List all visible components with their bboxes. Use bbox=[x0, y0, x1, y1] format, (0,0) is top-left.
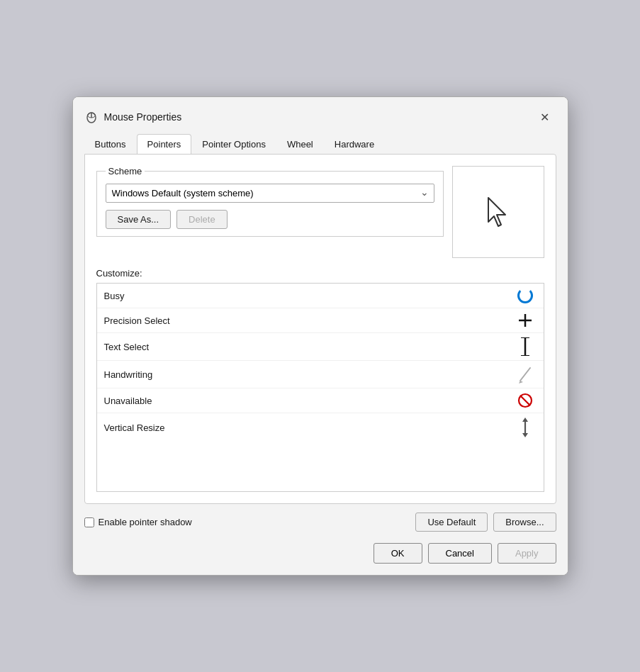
tab-pointer-options[interactable]: Pointer Options bbox=[191, 134, 276, 154]
scheme-preview bbox=[452, 166, 544, 258]
cursor-preview-icon bbox=[484, 195, 512, 229]
list-item-label: Unavailable bbox=[104, 396, 514, 406]
tab-hardware[interactable]: Hardware bbox=[324, 134, 385, 154]
scheme-dropdown[interactable]: Windows Default (system scheme) Windows … bbox=[106, 184, 434, 203]
tab-buttons[interactable]: Buttons bbox=[84, 134, 137, 154]
unavailable-icon bbox=[514, 393, 537, 408]
shadow-label: Enable pointer shadow bbox=[99, 517, 192, 527]
dialog-footer: OK Cancel Apply bbox=[73, 532, 568, 575]
bottom-buttons: Use Default Browse... bbox=[415, 513, 556, 532]
list-item-label: Precision Select bbox=[104, 315, 514, 326]
tab-bar: Buttons Pointers Pointer Options Wheel H… bbox=[73, 128, 568, 154]
scheme-buttons: Save As... Delete bbox=[106, 210, 434, 229]
bottom-controls: Enable pointer shadow Use Default Browse… bbox=[84, 513, 556, 532]
shadow-checkbox-label[interactable]: Enable pointer shadow bbox=[84, 517, 416, 527]
list-item[interactable]: Unavailable bbox=[97, 388, 544, 413]
save-as-button[interactable]: Save As... bbox=[106, 210, 172, 229]
list-item-label: Text Select bbox=[104, 342, 514, 352]
list-item[interactable]: Text Select bbox=[97, 333, 544, 361]
list-item[interactable]: Busy bbox=[97, 284, 544, 308]
tab-pointers[interactable]: Pointers bbox=[137, 134, 192, 154]
svg-marker-14 bbox=[522, 418, 528, 422]
text-select-icon bbox=[514, 337, 537, 356]
scheme-section: Scheme Windows Default (system scheme) W… bbox=[96, 166, 544, 258]
apply-button[interactable]: Apply bbox=[498, 543, 556, 564]
busy-icon bbox=[514, 288, 537, 303]
dialog-icon bbox=[84, 110, 99, 124]
handwriting-icon bbox=[514, 365, 537, 383]
ok-button[interactable]: OK bbox=[374, 543, 422, 564]
cancel-button[interactable]: Cancel bbox=[428, 543, 492, 564]
scheme-legend: Scheme bbox=[106, 166, 145, 177]
list-item[interactable]: Vertical Resize bbox=[97, 413, 544, 442]
svg-marker-10 bbox=[519, 381, 523, 383]
svg-line-9 bbox=[520, 368, 530, 381]
customize-list: Busy Precision Select Text Select bbox=[96, 283, 544, 492]
scheme-left: Scheme Windows Default (system scheme) W… bbox=[96, 166, 444, 237]
delete-button[interactable]: Delete bbox=[176, 210, 228, 229]
dialog-title: Mouse Properties bbox=[104, 111, 534, 123]
mouse-properties-dialog: Mouse Properties ✕ Buttons Pointers Poin… bbox=[72, 96, 568, 576]
use-default-button[interactable]: Use Default bbox=[415, 513, 488, 532]
close-button[interactable]: ✕ bbox=[534, 106, 556, 128]
list-item-label: Busy bbox=[104, 291, 514, 301]
customize-label: Customize: bbox=[96, 268, 544, 279]
list-item[interactable]: Precision Select bbox=[97, 308, 544, 333]
title-bar: Mouse Properties ✕ bbox=[73, 97, 568, 128]
scheme-select-wrapper: Windows Default (system scheme) Windows … bbox=[106, 184, 434, 203]
precision-select-icon bbox=[514, 313, 537, 328]
shadow-checkbox[interactable] bbox=[84, 517, 94, 527]
vertical-resize-icon bbox=[514, 418, 537, 437]
svg-marker-15 bbox=[522, 433, 528, 437]
svg-marker-3 bbox=[488, 198, 505, 226]
list-item-label: Handwriting bbox=[104, 369, 514, 380]
browse-button[interactable]: Browse... bbox=[493, 513, 556, 532]
svg-line-12 bbox=[520, 396, 530, 405]
list-item[interactable]: Handwriting bbox=[97, 361, 544, 388]
tab-content: Scheme Windows Default (system scheme) W… bbox=[84, 154, 556, 504]
tab-wheel[interactable]: Wheel bbox=[276, 134, 324, 154]
list-item-label: Vertical Resize bbox=[104, 422, 514, 433]
